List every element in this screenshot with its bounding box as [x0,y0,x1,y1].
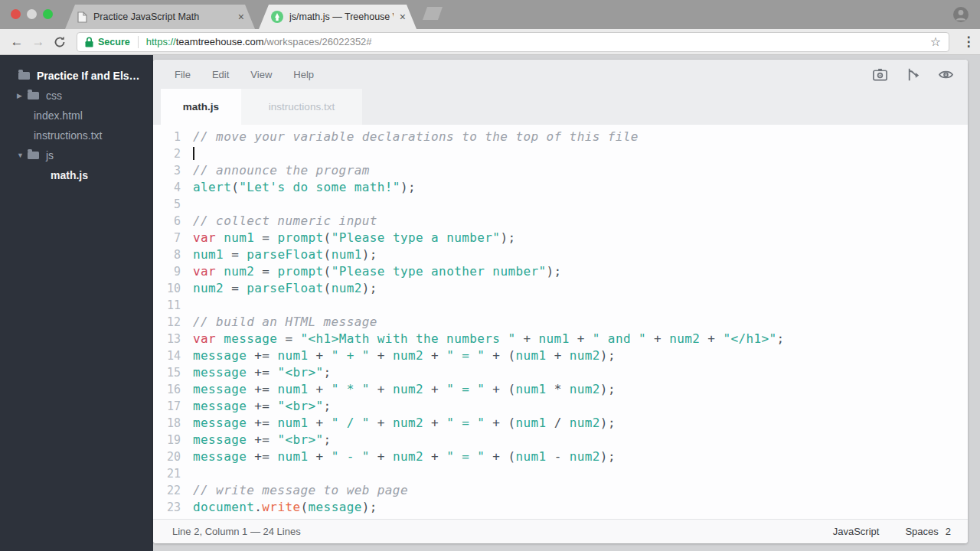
sidebar-item-math-js[interactable]: math.js [0,165,153,185]
window-close-button[interactable] [11,9,21,19]
code-line-text: // announce the program [193,162,370,179]
new-tab-button[interactable] [423,7,443,20]
file-tree: Practice If and Els…▶cssindex.htmlinstru… [0,66,153,185]
sidebar-item-index-html[interactable]: index.html [0,106,153,126]
code-line-text: // write message to web page [193,482,408,499]
url-host: teamtreehouse.com [176,36,264,47]
browser-tab-workspace[interactable]: js/math.js — Treehouse Works × [259,5,416,29]
line-number: 7 [153,230,181,246]
code-line[interactable]: 15message += "<br>"; [153,364,968,381]
line-number: 9 [153,263,181,280]
line-number: 15 [153,364,181,381]
sidebar-item-label: css [46,90,62,102]
indent-setting[interactable]: Spaces 2 [905,526,951,537]
bookmark-star-icon[interactable]: ☆ [930,36,941,48]
code-line[interactable]: 7var num1 = prompt("Please type a number… [153,230,968,246]
code-line-text: message += "<br>"; [193,432,332,448]
editor-tab-mathjs[interactable]: math.js [161,89,241,125]
line-number: 8 [153,246,181,263]
line-number: 16 [153,381,181,398]
disclosure-triangle-icon[interactable]: ▼ [17,152,28,159]
code-line[interactable]: 23document.write(message); [153,499,968,516]
language-label[interactable]: JavaScript [833,526,880,537]
window-controls [11,9,53,19]
treehouse-favicon [271,11,283,23]
sidebar-item-css[interactable]: ▶css [0,86,153,106]
editor-statusbar: Line 2, Column 1 — 24 Lines JavaScript S… [153,519,968,543]
line-number: 3 [153,162,181,179]
folder-icon [28,152,39,159]
menu-help[interactable]: Help [293,69,314,80]
line-number: 6 [153,213,181,230]
line-number: 5 [153,196,181,213]
code-line[interactable]: 2 [153,145,968,162]
back-button[interactable]: ← [6,34,28,50]
code-line-text: var message = "<h1>Math with the numbers… [193,331,785,347]
line-number: 20 [153,448,181,465]
code-line[interactable]: 21 [153,465,968,482]
snapshot-camera-icon[interactable] [872,67,888,83]
code-line[interactable]: 17message += "<br>"; [153,398,968,415]
code-line-text: num2 = parseFloat(num2); [193,280,377,297]
code-line[interactable]: 12// build an HTML message [153,314,968,331]
indent-size: 2 [946,526,951,537]
cursor-position-label: Line 2, Column 1 — 24 Lines [153,526,301,537]
line-number: 23 [153,499,181,516]
folder-icon [18,72,30,80]
url-path: /workspaces/26022352# [264,36,372,47]
sidebar-item-label: js [46,149,54,161]
preview-eye-icon[interactable] [938,67,954,83]
folder-icon [28,92,39,99]
forward-button[interactable]: → [28,34,49,50]
code-line[interactable]: 11 [153,297,968,314]
code-line[interactable]: 16message += num1 + " * " + num2 + " = "… [153,381,968,398]
code-editor[interactable]: 1// move your variable declarations to t… [153,125,968,519]
code-line[interactable]: 9var num2 = prompt("Please type another … [153,263,968,280]
tab-close-icon[interactable]: × [400,11,406,22]
code-line[interactable]: 3// announce the program [153,162,968,179]
code-line-text: message += num1 + " / " + num2 + " = " +… [193,415,616,432]
file-tree-sidebar: Practice If and Els…▶cssindex.htmlinstru… [0,55,153,551]
reload-button[interactable] [49,35,70,49]
line-number: 4 [153,179,181,196]
line-number: 19 [153,432,181,448]
tab-close-icon[interactable]: × [238,11,244,22]
code-line-text: // collect numeric input [193,213,377,230]
code-line[interactable]: 13var message = "<h1>Math with the numbe… [153,331,968,347]
code-line[interactable]: 20message += num1 + " - " + num2 + " = "… [153,448,968,465]
code-line[interactable]: 10num2 = parseFloat(num2); [153,280,968,297]
code-line[interactable]: 4alert("Let's do some math!"); [153,179,968,196]
code-line[interactable]: 14message += num1 + " + " + num2 + " = "… [153,347,968,364]
menu-edit[interactable]: Edit [212,69,229,80]
line-number: 1 [153,129,181,145]
sidebar-item-practice-if-and-els[interactable]: Practice If and Els… [0,66,153,86]
menu-view[interactable]: View [250,69,272,80]
address-bar[interactable]: Secure https://teamtreehouse.com/workspa… [77,32,949,52]
code-line[interactable]: 22// write message to web page [153,482,968,499]
code-line[interactable]: 5 [153,196,968,213]
sidebar-item-js[interactable]: ▼js [0,145,153,165]
line-number: 17 [153,398,181,415]
disclosure-triangle-icon[interactable]: ▶ [17,92,28,99]
editor-tab-instructions[interactable]: instructions.txt [241,89,362,125]
code-line-text: num1 = parseFloat(num1); [193,246,377,263]
code-line[interactable]: 19message += "<br>"; [153,432,968,448]
fork-icon[interactable] [905,67,921,83]
window-zoom-button[interactable] [43,9,53,19]
line-number: 10 [153,280,181,297]
menu-file[interactable]: File [175,69,191,80]
sidebar-item-label: instructions.txt [34,129,102,142]
sidebar-item-instructions-txt[interactable]: instructions.txt [0,126,153,145]
code-line[interactable]: 8num1 = parseFloat(num1); [153,246,968,263]
tab-title: Practice JavaScript Math [93,11,232,22]
code-line[interactable]: 1// move your variable declarations to t… [153,129,968,145]
url-scheme: https:// [146,36,176,47]
code-line[interactable]: 6// collect numeric input [153,213,968,230]
browser-tab-practice[interactable]: Practice JavaScript Math × [65,5,255,29]
chrome-menu-icon[interactable]: ⋮ [957,34,980,50]
profile-avatar-icon[interactable] [952,6,969,23]
code-line[interactable]: 18message += num1 + " / " + num2 + " = "… [153,415,968,432]
sidebar-item-label: Practice If and Els… [37,70,140,82]
window-minimize-button[interactable] [27,9,37,19]
workspace-main: File Edit View Help [153,55,980,551]
